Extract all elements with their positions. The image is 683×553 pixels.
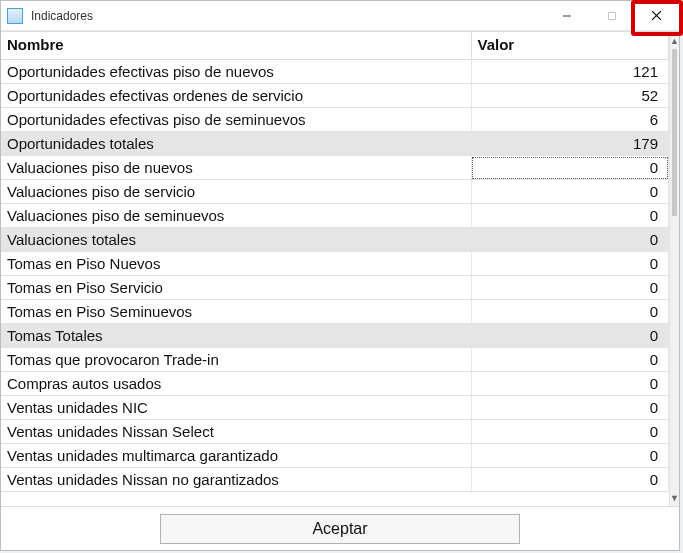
app-icon	[7, 8, 23, 24]
table-row[interactable]: Ventas unidades NIC0	[1, 396, 669, 420]
cell-value[interactable]: 0	[471, 276, 669, 300]
table-row[interactable]: Valuaciones piso de seminuevos0	[1, 204, 669, 228]
cell-name[interactable]: Ventas unidades Nissan no garantizados	[1, 468, 471, 492]
table-row[interactable]: Oportunidades totales179	[1, 132, 669, 156]
cell-value[interactable]: 121	[471, 60, 669, 84]
cell-name[interactable]: Ventas unidades NIC	[1, 396, 471, 420]
table-row[interactable]: Oportunidades efectivas piso de seminuev…	[1, 108, 669, 132]
cell-value[interactable]: 0	[471, 156, 669, 180]
cell-value[interactable]: 0	[471, 396, 669, 420]
table-container: Nombre Valor Oportunidades efectivas pis…	[1, 31, 679, 506]
titlebar: Indicadores	[1, 1, 679, 31]
table-row[interactable]: Valuaciones piso de servicio0	[1, 180, 669, 204]
svg-line-2	[652, 11, 661, 20]
dialog-window: Indicadores Nombre Valor Oportunidades e…	[0, 0, 680, 551]
cell-value[interactable]: 0	[471, 252, 669, 276]
cell-name[interactable]: Tomas en Piso Servicio	[1, 276, 471, 300]
table-row[interactable]: Oportunidades efectivas piso de nuevos12…	[1, 60, 669, 84]
close-button[interactable]	[634, 1, 679, 31]
window-title: Indicadores	[31, 9, 93, 23]
cell-value[interactable]: 0	[471, 372, 669, 396]
scroll-thumb[interactable]	[672, 49, 677, 216]
cell-value[interactable]: 0	[471, 228, 669, 252]
table-row[interactable]: Ventas unidades Nissan Select0	[1, 420, 669, 444]
cell-name[interactable]: Oportunidades efectivas piso de seminuev…	[1, 108, 471, 132]
scroll-up-icon[interactable]: ▲	[670, 32, 679, 49]
cell-name[interactable]: Tomas Totales	[1, 324, 471, 348]
cell-value[interactable]: 0	[471, 180, 669, 204]
svg-line-3	[652, 11, 661, 20]
dialog-footer: Aceptar	[1, 506, 679, 550]
table-row[interactable]: Tomas que provocaron Trade-in0	[1, 348, 669, 372]
table-row[interactable]: Tomas Totales0	[1, 324, 669, 348]
table-row[interactable]: Tomas en Piso Servicio0	[1, 276, 669, 300]
cell-name[interactable]: Oportunidades totales	[1, 132, 471, 156]
cell-value[interactable]: 0	[471, 204, 669, 228]
cell-name[interactable]: Valuaciones piso de nuevos	[1, 156, 471, 180]
cell-name[interactable]: Tomas en Piso Seminuevos	[1, 300, 471, 324]
cell-name[interactable]: Tomas que provocaron Trade-in	[1, 348, 471, 372]
cell-value[interactable]: 179	[471, 132, 669, 156]
cell-value[interactable]: 0	[471, 348, 669, 372]
minimize-button[interactable]	[544, 1, 589, 31]
cell-name[interactable]: Tomas en Piso Nuevos	[1, 252, 471, 276]
table-row[interactable]: Tomas en Piso Nuevos0	[1, 252, 669, 276]
cell-name[interactable]: Compras autos usados	[1, 372, 471, 396]
table-row[interactable]: Valuaciones piso de nuevos0	[1, 156, 669, 180]
cell-name[interactable]: Valuaciones piso de servicio	[1, 180, 471, 204]
table-row[interactable]: Valuaciones totales0	[1, 228, 669, 252]
cell-name[interactable]: Ventas unidades multimarca garantizado	[1, 444, 471, 468]
svg-rect-1	[608, 12, 615, 19]
vertical-scrollbar[interactable]: ▲ ▼	[669, 32, 679, 506]
cell-value[interactable]: 0	[471, 324, 669, 348]
cell-name[interactable]: Valuaciones piso de seminuevos	[1, 204, 471, 228]
maximize-button[interactable]	[589, 1, 634, 31]
cell-value[interactable]: 0	[471, 468, 669, 492]
cell-name[interactable]: Ventas unidades Nissan Select	[1, 420, 471, 444]
table-row[interactable]: Ventas unidades multimarca garantizado0	[1, 444, 669, 468]
col-header-value[interactable]: Valor	[471, 32, 669, 60]
scroll-track[interactable]	[670, 49, 679, 489]
table-row[interactable]: Compras autos usados0	[1, 372, 669, 396]
table-row[interactable]: Tomas en Piso Seminuevos0	[1, 300, 669, 324]
cell-value[interactable]: 52	[471, 84, 669, 108]
cell-name[interactable]: Oportunidades efectivas ordenes de servi…	[1, 84, 471, 108]
data-grid[interactable]: Nombre Valor Oportunidades efectivas pis…	[1, 32, 669, 506]
cell-value[interactable]: 6	[471, 108, 669, 132]
scroll-down-icon[interactable]: ▼	[670, 489, 679, 506]
cell-value[interactable]: 0	[471, 300, 669, 324]
accept-button[interactable]: Aceptar	[160, 514, 520, 544]
table-row[interactable]: Oportunidades efectivas ordenes de servi…	[1, 84, 669, 108]
cell-name[interactable]: Oportunidades efectivas piso de nuevos	[1, 60, 471, 84]
cell-value[interactable]: 0	[471, 420, 669, 444]
col-header-name[interactable]: Nombre	[1, 32, 471, 60]
cell-value[interactable]: 0	[471, 444, 669, 468]
cell-name[interactable]: Valuaciones totales	[1, 228, 471, 252]
table-row[interactable]: Ventas unidades Nissan no garantizados0	[1, 468, 669, 492]
